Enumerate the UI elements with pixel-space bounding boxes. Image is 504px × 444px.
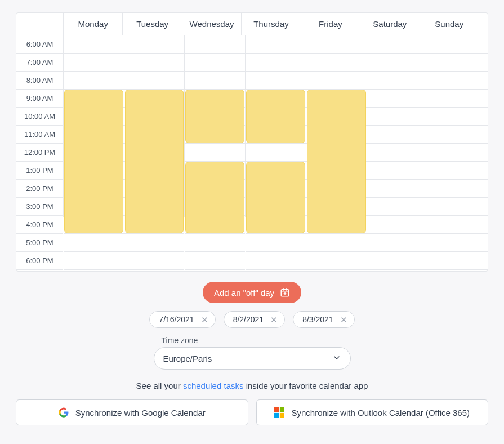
svg-rect-1 (274, 407, 279, 412)
calendar-cell[interactable] (367, 108, 427, 126)
availability-block[interactable] (185, 90, 244, 143)
off-day-chip[interactable]: 8/2/2021✕ (224, 311, 286, 328)
calendar-cell[interactable] (427, 90, 488, 108)
calendar-cell[interactable] (427, 234, 488, 252)
calendar-cell[interactable] (367, 162, 427, 180)
calendar-cell[interactable] (185, 35, 245, 54)
calendar-cell[interactable] (427, 198, 488, 216)
chevron-down-icon (332, 353, 341, 364)
calendar-cell[interactable] (64, 234, 124, 252)
timezone-select[interactable]: Europe/Paris (154, 347, 351, 370)
calendar-cell[interactable] (306, 35, 367, 54)
calendar-cell[interactable] (427, 162, 488, 180)
calendar-cell[interactable] (124, 72, 185, 90)
calendar-cell[interactable] (124, 270, 185, 271)
calendar-cell[interactable] (124, 252, 185, 270)
calendar-cell[interactable] (64, 252, 124, 270)
day-columns[interactable] (64, 35, 488, 217)
calendar-cell[interactable] (367, 126, 427, 144)
calendar-cell[interactable] (427, 72, 488, 90)
calendar-cell[interactable] (427, 216, 488, 234)
calendar-cell[interactable] (367, 216, 427, 234)
time-slot-label: 11:00 AM (16, 126, 63, 144)
calendar-cell[interactable] (246, 35, 306, 54)
calendar-cell[interactable] (246, 144, 306, 162)
calendar-cell[interactable] (427, 35, 488, 54)
timezone-value: Europe/Paris (163, 354, 212, 363)
calendar-cell[interactable] (367, 234, 427, 252)
calendar-cell[interactable] (246, 72, 306, 90)
calendar-cell[interactable] (367, 144, 427, 162)
time-slot-label: 7:00 AM (16, 54, 63, 72)
day-column[interactable] (124, 35, 185, 217)
availability-block[interactable] (64, 90, 123, 233)
calendar-cell[interactable] (367, 72, 427, 90)
calendar-cell[interactable] (427, 108, 488, 126)
calendar-cell[interactable] (185, 252, 245, 270)
scheduled-tasks-link[interactable]: scheduled tasks (183, 381, 244, 390)
availability-block[interactable] (246, 162, 305, 233)
calendar-cell[interactable] (185, 144, 245, 162)
day-column[interactable] (246, 35, 306, 217)
calendar-cell[interactable] (124, 35, 185, 54)
calendar-cell[interactable] (185, 270, 245, 271)
calendar-cell[interactable] (427, 54, 488, 72)
calendar-cell[interactable] (427, 180, 488, 198)
calendar-cell[interactable] (367, 54, 427, 72)
time-slot-label: 6:00 AM (16, 35, 63, 54)
calendar-cell[interactable] (367, 252, 427, 270)
calendar-cell[interactable] (64, 72, 124, 90)
calendar-cell[interactable] (246, 252, 306, 270)
calendar-cell[interactable] (124, 234, 185, 252)
day-column[interactable] (64, 35, 124, 217)
day-column[interactable] (306, 35, 367, 217)
calendar-cell[interactable] (124, 54, 185, 72)
calendar-body[interactable]: 3:00 AM4:00 AM5:00 AM6:00 AM7:00 AM8:00 … (16, 35, 488, 271)
calendar-cell[interactable] (306, 54, 367, 72)
calendar-cell[interactable] (64, 35, 124, 54)
calendar-cell[interactable] (367, 90, 427, 108)
sync-hint-prefix: See all your (136, 381, 183, 390)
calendar-cell[interactable] (367, 35, 427, 54)
close-icon[interactable]: ✕ (340, 316, 347, 324)
calendar-cell[interactable] (427, 252, 488, 270)
calendar-cell[interactable] (427, 144, 488, 162)
calendar-cell[interactable] (306, 270, 367, 271)
calendar-cell[interactable] (185, 54, 245, 72)
calendar-cell[interactable] (246, 234, 306, 252)
calendar-cell[interactable] (427, 270, 488, 271)
calendar-cell[interactable] (306, 72, 367, 90)
calendar-cell[interactable] (427, 126, 488, 144)
day-column[interactable] (367, 35, 428, 217)
sync-google-button[interactable]: Synchronize with Google Calendar (16, 399, 248, 425)
calendar-cell[interactable] (367, 270, 427, 271)
calendar-cell[interactable] (185, 72, 245, 90)
calendar-cell[interactable] (185, 234, 245, 252)
off-day-chip[interactable]: 7/16/2021✕ (149, 311, 215, 328)
add-off-day-button[interactable]: Add an "off" day (203, 282, 301, 303)
off-day-date: 8/2/2021 (233, 315, 264, 324)
sync-outlook-label: Synchronize with Outlook Calendar (Offic… (291, 408, 470, 418)
calendar-cell[interactable] (306, 234, 367, 252)
calendar-cell[interactable] (64, 270, 124, 271)
availability-block[interactable] (246, 90, 305, 143)
calendar-cell[interactable] (367, 198, 427, 216)
svg-rect-2 (280, 407, 284, 412)
availability-block[interactable] (185, 162, 244, 233)
day-column[interactable] (185, 35, 246, 217)
sync-hint: See all your scheduled tasks inside your… (136, 381, 368, 390)
calendar-cell[interactable] (64, 54, 124, 72)
close-icon[interactable]: ✕ (201, 316, 208, 324)
calendar-cell[interactable] (367, 180, 427, 198)
availability-block[interactable] (125, 90, 184, 233)
availability-block[interactable] (307, 90, 366, 233)
sync-outlook-button[interactable]: Synchronize with Outlook Calendar (Offic… (256, 399, 489, 425)
day-header: Wednesday (182, 13, 242, 35)
calendar-cell[interactable] (306, 252, 367, 270)
day-column[interactable] (427, 35, 488, 217)
off-day-chip[interactable]: 8/3/2021✕ (293, 311, 355, 328)
day-header: Friday (301, 13, 360, 35)
calendar-cell[interactable] (246, 54, 306, 72)
calendar-cell[interactable] (246, 270, 306, 271)
close-icon[interactable]: ✕ (270, 316, 278, 324)
